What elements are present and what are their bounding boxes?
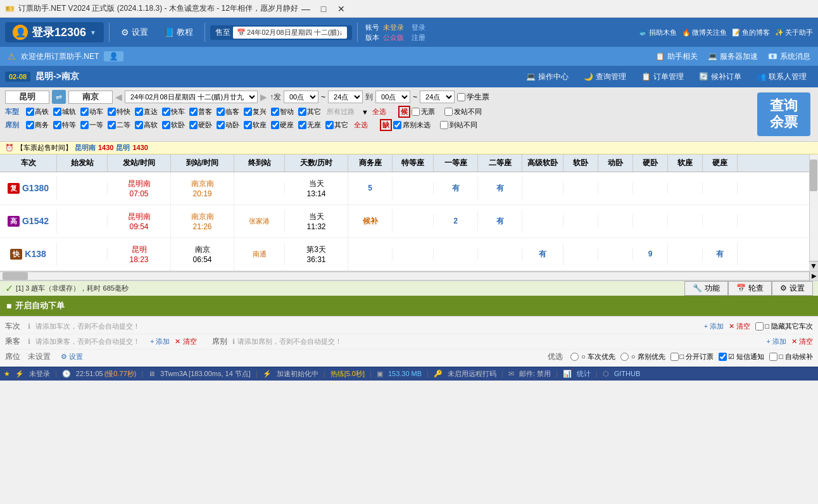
passenger-add-btn[interactable]: + 添加: [150, 337, 170, 346]
check-dongwo[interactable]: 动卧: [215, 120, 241, 130]
blog-link[interactable]: 📝 鱼的博客: [732, 28, 770, 37]
check-qita-seat[interactable]: 其它: [324, 120, 349, 130]
check-wuzuo[interactable]: 无座: [297, 120, 322, 130]
seat-clear-btn[interactable]: ✕ 清空: [791, 337, 813, 346]
check-yideng[interactable]: 一等: [79, 120, 104, 130]
kunming-nan-link[interactable]: 昆明南: [75, 143, 96, 153]
business-1[interactable]: 5: [348, 177, 393, 199]
check-zhidong[interactable]: 智动: [270, 107, 295, 117]
option-train-first[interactable]: ○ 车次优先: [570, 352, 615, 362]
scroll-thumb[interactable]: [810, 160, 817, 191]
through-station-3[interactable]: 南通: [253, 250, 267, 258]
student-ticket-check[interactable]: 学生票: [457, 92, 489, 103]
depart-from-time[interactable]: 00点: [284, 91, 318, 103]
check-qita-train[interactable]: 其它: [297, 107, 322, 117]
login-button[interactable]: 👤 登录12306 ▼: [5, 22, 104, 42]
register-link[interactable]: 注册: [412, 34, 425, 41]
check-yingzuo[interactable]: 硬座: [270, 120, 295, 130]
diff-depart-check[interactable]: 发站不同: [444, 107, 482, 117]
seat-add-btn[interactable]: + 添加: [766, 337, 786, 346]
highsoft-3[interactable]: 有: [522, 243, 563, 266]
check-dongche[interactable]: 动车: [79, 107, 104, 117]
maximize-btn[interactable]: □: [316, 3, 331, 15]
contact-manage-btn[interactable]: 👥 联系人管理: [750, 70, 813, 84]
helper-link[interactable]: 📋 助手相关: [655, 51, 698, 62]
horizontal-scroll-thumb[interactable]: [3, 272, 28, 280]
swap-station-btn[interactable]: ⇌: [52, 90, 66, 104]
no-ticket-checkbox[interactable]: [412, 108, 420, 116]
vertical-scrollbar[interactable]: ▼: [809, 154, 818, 271]
second-1[interactable]: 有: [478, 177, 522, 200]
tutorial-button[interactable]: 📘 教程: [157, 24, 199, 41]
check-zhida[interactable]: 直达: [134, 107, 159, 117]
github-link[interactable]: GITHUB: [614, 370, 641, 377]
from-station-input[interactable]: [5, 91, 49, 104]
donate-link[interactable]: 🐟 捐助木鱼: [639, 28, 677, 37]
berth-setting-btn[interactable]: ⚙ 设置: [61, 352, 83, 362]
version-value[interactable]: 公众版: [383, 34, 404, 41]
split-order-check[interactable]: □ 分开订票: [670, 352, 714, 362]
order-manage-btn[interactable]: 📋 订单管理: [635, 70, 690, 84]
passenger-clear-btn[interactable]: ✕ 清空: [175, 337, 196, 346]
auto-order-toggle[interactable]: ■ 开启自动下单: [6, 300, 65, 312]
sale-date[interactable]: 📅 24年02月08日星期四 十二(腊)↓: [233, 27, 347, 39]
nav-next-icon[interactable]: ▶: [260, 92, 267, 102]
first-1[interactable]: 有: [434, 177, 478, 200]
nav-prev-icon[interactable]: ◀: [115, 92, 122, 102]
horizontal-scrollbar[interactable]: ▶: [0, 272, 818, 280]
check-ruanzuo[interactable]: 软座: [242, 120, 268, 130]
check-gaoruanwo[interactable]: 高软: [134, 120, 159, 130]
check-puke[interactable]: 普客: [188, 107, 213, 117]
stat-link[interactable]: 统计: [577, 369, 591, 379]
train-no-3[interactable]: K138: [25, 249, 46, 259]
system-msg-link[interactable]: 📧 系统消息: [768, 51, 810, 62]
auto-supplement-check[interactable]: □ 自动候补: [769, 352, 813, 362]
to-station-input[interactable]: [68, 91, 113, 104]
function-btn[interactable]: 🔧 功能: [684, 281, 728, 296]
check-chengui[interactable]: 城轨: [52, 107, 77, 117]
check-tedeng[interactable]: 特等: [52, 120, 77, 130]
check-shangwu[interactable]: 商务: [25, 120, 50, 130]
option-seat-first[interactable]: ○ 席别优先: [620, 352, 665, 362]
check-ruanwo[interactable]: 软卧: [161, 120, 186, 130]
check-tekuai[interactable]: 特快: [106, 107, 132, 117]
arrive-station-1[interactable]: 南京南: [173, 179, 231, 189]
wait-order-btn[interactable]: 🔄 候补订单: [693, 70, 748, 84]
depart-station-3[interactable]: 昆明: [110, 244, 168, 255]
second-2[interactable]: 有: [478, 210, 522, 233]
poll-btn[interactable]: 📅 轮查: [728, 281, 772, 296]
arrive-from-time[interactable]: 00点: [375, 91, 410, 103]
minimize-btn[interactable]: —: [298, 3, 313, 15]
hardberth-3[interactable]: 9: [633, 243, 668, 265]
diff-arrive-check[interactable]: 到站不同: [440, 120, 477, 130]
settings-action-btn[interactable]: ⚙ 设置: [772, 281, 813, 296]
settings-button[interactable]: ⚙ 设置: [115, 24, 154, 41]
scroll-right-btn[interactable]: ▶: [809, 272, 818, 280]
arrive-station-2[interactable]: 南京南: [173, 211, 231, 222]
depart-station-1[interactable]: 昆明南: [110, 179, 168, 189]
hide-others-check[interactable]: □ 隐藏其它车次: [755, 322, 813, 331]
query-manage-btn[interactable]: 🌙 查询管理: [577, 70, 632, 84]
about-link[interactable]: ✨ 关于助手: [775, 28, 813, 37]
select-all-train-btn[interactable]: ▼: [362, 108, 368, 116]
close-btn[interactable]: ✕: [334, 3, 349, 15]
through-station-2[interactable]: 张家港: [249, 217, 270, 225]
login-link[interactable]: 登录: [412, 23, 425, 31]
train-no-1[interactable]: G1380: [22, 183, 49, 193]
check-gaotie[interactable]: 高铁: [25, 107, 50, 117]
train-no-2[interactable]: G1542: [22, 216, 49, 226]
check-yingwo[interactable]: 硬卧: [188, 120, 213, 130]
scroll-down-btn[interactable]: ▼: [809, 261, 818, 271]
select-all-train-link[interactable]: 全选: [370, 107, 386, 117]
check-fuxing[interactable]: 复兴: [242, 107, 268, 117]
hardseat-3[interactable]: 有: [703, 243, 738, 266]
op-center-btn[interactable]: 💻 操作中心: [520, 70, 575, 84]
sms-notify-check[interactable]: ☑ 短信通知: [719, 352, 764, 362]
depart-station-2[interactable]: 昆明南: [110, 211, 168, 222]
unselected-checkbox[interactable]: [393, 121, 401, 129]
depart-to-time[interactable]: 24点: [328, 91, 363, 103]
kunming-link[interactable]: 昆明: [116, 143, 130, 153]
query-button[interactable]: 查询 余票: [757, 92, 810, 136]
train-clear-btn[interactable]: ✕ 清空: [729, 322, 750, 331]
server-link[interactable]: 💻 服务器加速: [708, 51, 758, 62]
